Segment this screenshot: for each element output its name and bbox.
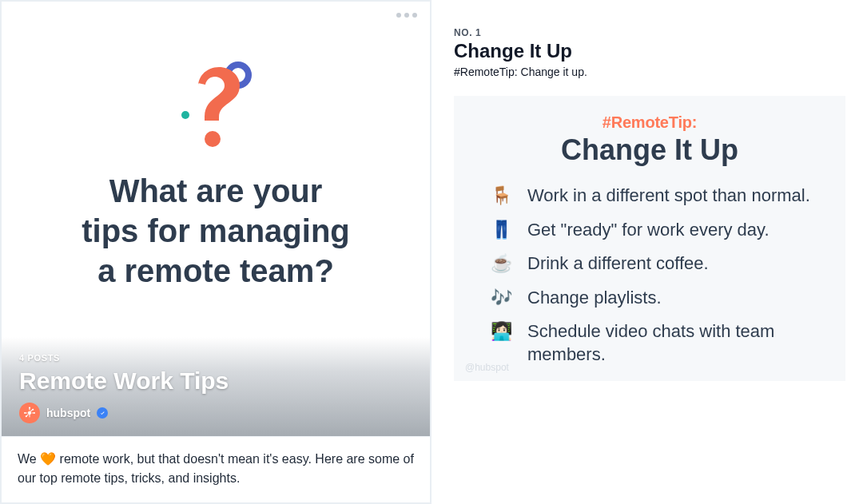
post-panel: NO. 1 Change It Up #RemoteTip: Change it… [432, 0, 863, 504]
author-row[interactable]: hubspot [19, 403, 412, 423]
list-item: ☕ Drink a different coffee. [489, 252, 817, 276]
jeans-icon: 👖 [489, 219, 513, 241]
tip-card: #RemoteTip: Change It Up 🪑 Work in a dif… [454, 96, 845, 381]
svg-point-2 [181, 111, 189, 119]
chair-icon: 🪑 [489, 185, 513, 207]
posts-count: 4 POSTS [19, 353, 412, 363]
svg-point-5 [29, 407, 30, 408]
list-item: 👩🏻‍💻 Schedule video chats with team memb… [489, 320, 817, 366]
svg-point-8 [24, 412, 26, 414]
desc-post: remote work, but that doesn't mean it's … [18, 452, 414, 485]
tips-list: 🪑 Work in a different spot than normal. … [471, 185, 828, 367]
verified-badge-icon [97, 407, 108, 419]
app-root: What are your tips for managing a remote… [0, 0, 863, 504]
caption-rest: : Change it up. [515, 65, 587, 78]
post-number: NO. 1 [454, 27, 863, 38]
tip-card-hashtag: #RemoteTip: [471, 113, 828, 132]
tip-text: Get "ready" for work every day. [527, 219, 770, 242]
desc-pre: We [18, 452, 40, 466]
guide-title: Remote Work Tips [19, 367, 412, 395]
list-item: 🪑 Work in a different spot than normal. [489, 185, 817, 208]
heart-icon: 🧡 [40, 452, 56, 466]
tip-text: Change playlists. [527, 287, 662, 310]
avatar [19, 403, 40, 423]
hero-line-3: a remote team? [97, 253, 334, 288]
watermark: @hubspot [465, 362, 509, 373]
hero-area: What are your tips for managing a remote… [2, 2, 430, 436]
hero-question: What are your tips for managing a remote… [82, 171, 350, 291]
cover-overlay: 4 POSTS Remote Work Tips hubspot [2, 337, 430, 436]
question-mark-icon [168, 58, 264, 153]
svg-point-12 [32, 409, 34, 411]
post-title: Change It Up [454, 40, 863, 62]
svg-point-3 [28, 411, 31, 415]
hero-line-1: What are your [109, 173, 323, 208]
svg-point-1 [205, 131, 221, 147]
hero-line-2: tips for managing [82, 213, 350, 248]
post-caption: #RemoteTip: Change it up. [454, 65, 863, 78]
guide-card[interactable]: What are your tips for managing a remote… [2, 2, 430, 502]
guide-cover-panel: What are your tips for managing a remote… [0, 0, 432, 504]
tip-card-heading: Change It Up [471, 133, 828, 167]
music-notes-icon: 🎶 [489, 287, 513, 309]
tip-text: Schedule video chats with team members. [527, 320, 817, 366]
list-item: 🎶 Change playlists. [489, 287, 817, 310]
svg-point-14 [26, 415, 27, 417]
laptop-person-icon: 👩🏻‍💻 [489, 320, 513, 343]
list-item: 👖 Get "ready" for work every day. [489, 219, 817, 242]
tip-text: Work in a different spot than normal. [527, 185, 810, 208]
guide-description: We 🧡 remote work, but that doesn't mean … [2, 436, 430, 502]
author-name: hubspot [46, 407, 90, 419]
caption-hashtag[interactable]: #RemoteTip [454, 65, 515, 78]
coffee-icon: ☕ [489, 252, 513, 275]
tip-text: Drink a different coffee. [527, 252, 709, 276]
svg-point-10 [34, 412, 35, 414]
svg-rect-6 [30, 415, 30, 417]
